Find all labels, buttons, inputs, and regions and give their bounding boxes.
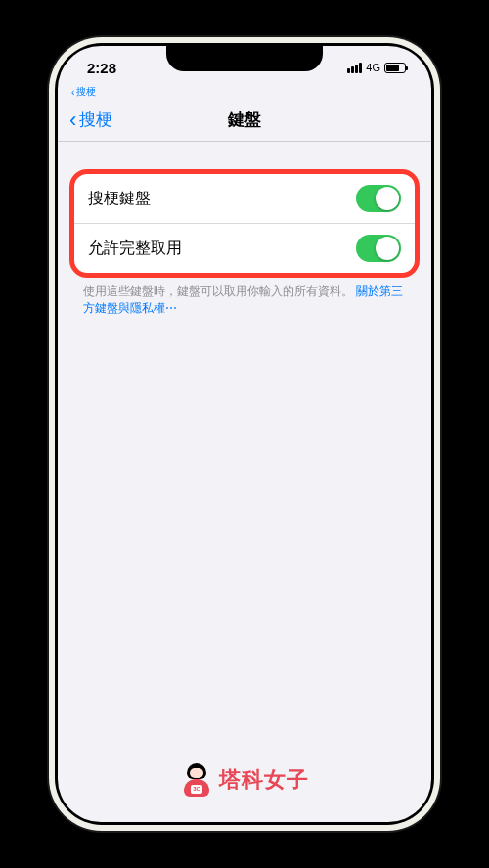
screen: 2:28 4G ‹ 搜梗 ‹ 搜梗: [58, 46, 431, 822]
setting-row-keyboard: 搜梗鍵盤: [74, 174, 415, 223]
breadcrumb-label: 搜梗: [76, 85, 96, 99]
settings-group-highlighted: 搜梗鍵盤 允許完整取用: [69, 169, 420, 278]
watermark: 3C 塔科女子: [180, 763, 309, 797]
back-label: 搜梗: [79, 108, 112, 131]
watermark-text: 塔科女子: [219, 765, 309, 795]
footer-note: 使用這些鍵盤時，鍵盤可以取用你輸入的所有資料。 關於第三方鍵盤與隱私權⋯: [69, 283, 420, 317]
page-title: 鍵盤: [228, 108, 261, 131]
setting-row-full-access: 允許完整取用: [74, 223, 415, 273]
setting-label: 搜梗鍵盤: [88, 189, 151, 209]
status-time: 2:28: [87, 60, 116, 76]
nav-bar: ‹ 搜梗 鍵盤: [58, 99, 431, 142]
toggle-keyboard[interactable]: [356, 185, 401, 212]
signal-icon: [347, 63, 362, 73]
watermark-avatar-icon: 3C: [180, 763, 213, 797]
status-indicators: 4G: [347, 62, 406, 73]
notch: [166, 46, 323, 71]
back-button[interactable]: ‹ 搜梗: [69, 108, 112, 131]
chevron-left-icon: ‹: [69, 109, 76, 131]
footer-text: 使用這些鍵盤時，鍵盤可以取用你輸入的所有資料。: [83, 284, 353, 298]
toggle-knob: [376, 237, 399, 260]
network-type: 4G: [366, 62, 380, 73]
phone-frame: 2:28 4G ‹ 搜梗 ‹ 搜梗: [49, 37, 440, 831]
breadcrumb[interactable]: ‹ 搜梗: [58, 85, 431, 99]
chevron-left-icon: ‹: [71, 87, 74, 98]
toggle-full-access[interactable]: [356, 235, 401, 262]
content: 搜梗鍵盤 允許完整取用 使用這些鍵盤時，鍵盤可以取用你輸入的所有資料。: [58, 142, 431, 317]
toggle-knob: [376, 187, 399, 210]
setting-label: 允許完整取用: [88, 239, 182, 259]
phone-bezel: 2:28 4G ‹ 搜梗 ‹ 搜梗: [55, 43, 434, 825]
battery-icon: [384, 63, 406, 73]
